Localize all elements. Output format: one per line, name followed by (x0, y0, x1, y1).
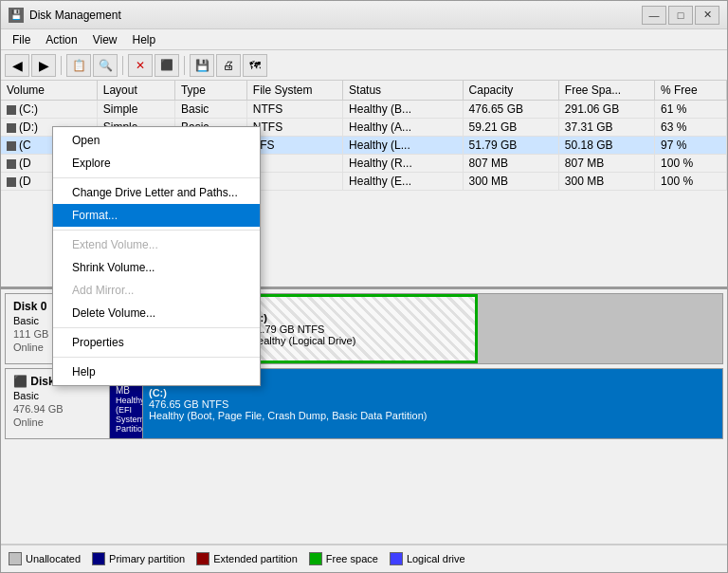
cell-status: Healthy (E... (343, 173, 464, 191)
cell-capacity: 59.21 GB (463, 119, 558, 137)
partition-upper-2-status: Healthy (Logical Drive) (250, 335, 355, 346)
menu-help[interactable]: Help (125, 31, 164, 48)
cell-capacity: 807 MB (463, 155, 558, 173)
partition-1-efi-status: Healthy (EFI System Partition) (116, 396, 143, 434)
cell-free: 37.31 GB (558, 119, 654, 137)
menu-action[interactable]: Action (38, 31, 84, 48)
cell-type: Basic (174, 101, 246, 119)
cell-pct: 97 % (655, 137, 727, 155)
save-button[interactable]: 💾 (190, 54, 214, 77)
legend-extended-box (196, 552, 209, 565)
cell-fs (246, 173, 342, 191)
toolbar: ◀ ▶ 📋 🔍 ✕ ⬛ 💾 🖨 🗺 (1, 50, 727, 81)
ctx-extend-volume: Extend Volume... (53, 233, 260, 256)
col-pct[interactable]: % Free (655, 81, 727, 101)
legend-unallocated-box (9, 552, 22, 565)
cell-fs: NTFS (246, 119, 342, 137)
legend-primary-box (92, 552, 105, 565)
table-row[interactable]: (C:) Simple Basic NTFS Healthy (B... 476… (1, 101, 727, 119)
legend-logical-label: Logical drive (407, 553, 465, 564)
legend-unallocated-label: Unallocated (26, 553, 81, 564)
partition-1-c-fs: 476.65 GB NTFS (149, 398, 228, 410)
menu-bar: File Action View Help (1, 29, 727, 50)
col-status[interactable]: Status (343, 81, 464, 101)
context-menu: Open Explore Change Drive Letter and Pat… (52, 126, 261, 386)
legend-free: Free space (309, 552, 378, 565)
window-title: Disk Management (29, 9, 642, 22)
ctx-explore[interactable]: Explore (53, 152, 260, 175)
cell-free: 50.18 GB (558, 137, 654, 155)
col-capacity[interactable]: Capacity (463, 81, 558, 101)
ctx-help[interactable]: Help (53, 360, 260, 383)
cell-layout: Simple (97, 101, 174, 119)
map-button[interactable]: 🗺 (243, 54, 267, 77)
menu-file[interactable]: File (5, 31, 38, 48)
partition-1-c-name: (C:) (149, 387, 167, 398)
disk1-status: Online (13, 416, 101, 428)
ctx-open[interactable]: Open (53, 129, 260, 152)
cell-pct: 61 % (655, 101, 727, 119)
cell-pct: 63 % (655, 119, 727, 137)
close-button[interactable]: ✕ (695, 6, 719, 25)
cell-capacity: 476.65 GB (463, 101, 558, 119)
partition-upper-2[interactable]: (F:) 51.79 GB NTFS Healthy (Logical Driv… (245, 294, 477, 363)
legend-primary: Primary partition (92, 552, 185, 565)
status-bar: Unallocated Primary partition Extended p… (1, 544, 727, 572)
find-button[interactable]: 🔍 (93, 54, 118, 77)
cell-capacity: 51.79 GB (463, 137, 558, 155)
print-button[interactable]: 🖨 (216, 54, 241, 77)
cell-status: Healthy (L... (343, 137, 464, 155)
cell-pct: 100 % (655, 173, 727, 191)
ctx-sep-2 (53, 230, 260, 231)
ctx-change-drive-letter[interactable]: Change Drive Letter and Paths... (53, 181, 260, 204)
legend-logical-box (390, 552, 403, 565)
cell-capacity: 300 MB (463, 173, 558, 191)
legend-free-label: Free space (326, 553, 378, 564)
menu-view[interactable]: View (85, 31, 125, 48)
toolbar-separator-3 (184, 56, 185, 75)
disk1-size: 476.94 GB (13, 403, 101, 415)
col-layout[interactable]: Layout (97, 81, 174, 101)
cell-status: Healthy (B... (343, 101, 464, 119)
properties-button[interactable]: 📋 (66, 54, 91, 77)
disk1-type: Basic (13, 390, 101, 401)
ctx-sep-1 (53, 177, 260, 178)
col-volume[interactable]: Volume (1, 81, 97, 101)
partition-upper-3[interactable] (478, 294, 722, 363)
cell-fs (246, 155, 342, 173)
window-controls: — □ ✕ (642, 6, 719, 25)
title-bar: 💾 Disk Management — □ ✕ (1, 1, 727, 29)
minimize-button[interactable]: — (642, 6, 666, 25)
col-fs[interactable]: File System (246, 81, 342, 101)
cell-free: 300 MB (558, 173, 654, 191)
cell-status: Healthy (A... (343, 119, 464, 137)
col-free[interactable]: Free Spa... (558, 81, 654, 101)
ctx-sep-3 (53, 327, 260, 328)
cell-status: Healthy (R... (343, 155, 464, 173)
legend-logical: Logical drive (390, 552, 465, 565)
legend-primary-label: Primary partition (109, 553, 185, 564)
cell-fs: TFS (246, 137, 342, 155)
ctx-delete-volume[interactable]: Delete Volume... (53, 302, 260, 324)
legend-unallocated: Unallocated (9, 552, 81, 565)
refresh-button[interactable]: ⬛ (155, 54, 179, 77)
partition-1-c-status: Healthy (Boot, Page File, Crash Dump, Ba… (149, 410, 427, 421)
cell-free: 807 MB (558, 155, 654, 173)
partition-upper-2-fs: 51.79 GB NTFS (250, 323, 324, 335)
undo-button[interactable]: ✕ (128, 54, 153, 77)
ctx-sep-4 (53, 357, 260, 358)
ctx-format[interactable]: Format... (53, 204, 260, 227)
col-type[interactable]: Type (174, 81, 246, 101)
toolbar-separator-1 (61, 56, 62, 75)
maximize-button[interactable]: □ (668, 6, 693, 25)
cell-fs: NTFS (246, 101, 342, 119)
back-button[interactable]: ◀ (5, 54, 29, 77)
app-icon: 💾 (9, 8, 24, 23)
legend-free-box (309, 552, 322, 565)
forward-button[interactable]: ▶ (31, 54, 56, 77)
toolbar-separator-2 (122, 56, 123, 75)
ctx-add-mirror: Add Mirror... (53, 279, 260, 302)
ctx-properties[interactable]: Properties (53, 331, 260, 354)
cell-volume: (C:) (1, 101, 97, 119)
ctx-shrink-volume[interactable]: Shrink Volume... (53, 256, 260, 279)
